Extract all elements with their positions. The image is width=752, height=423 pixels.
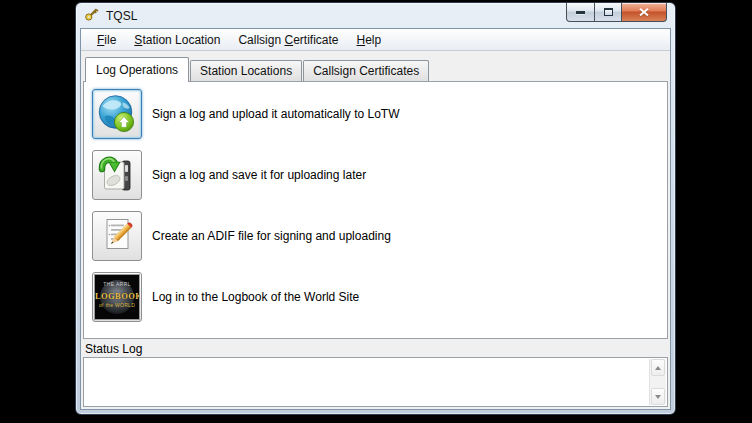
adif-pencil-icon (97, 216, 137, 256)
status-area: Status Log (83, 341, 668, 407)
action-label-lotw: Log in to the Logbook of the World Site (152, 290, 359, 304)
action-label-adif: Create an ADIF file for signing and uplo… (152, 229, 391, 243)
tabs-area: Log Operations Station Locations Callsig… (83, 57, 668, 339)
titlebar[interactable]: TQSL (76, 3, 675, 28)
maximize-icon (604, 8, 613, 16)
status-scrollbar[interactable] (649, 359, 666, 405)
sign-save-button[interactable] (92, 150, 142, 200)
scroll-up-button[interactable] (651, 359, 665, 376)
window-body: File Station Location Callsign Certifica… (80, 28, 671, 410)
scroll-up-icon (655, 366, 661, 370)
status-log-label: Status Log (83, 341, 668, 357)
scroll-down-button[interactable] (651, 388, 665, 405)
tqsl-window: TQSL File Station Location Callsign Cert… (75, 2, 676, 415)
menu-station-location[interactable]: Station Location (125, 31, 229, 49)
scroll-down-icon (655, 395, 661, 399)
action-row-lotw: THE ARRL LOGBOOK of the WORLD Log in to … (92, 272, 661, 322)
menu-file[interactable]: File (88, 31, 125, 49)
lotw-logo-top-text: THE ARRL (95, 281, 139, 287)
menu-help[interactable]: Help (348, 31, 391, 49)
status-log-content (84, 358, 649, 406)
log-operations-panel: Sign a log and upload it automatically t… (83, 81, 668, 339)
lotw-logo-bottom-text: of the WORLD (95, 302, 139, 308)
action-label-upload: Sign a log and upload it automatically t… (152, 107, 399, 121)
action-row-adif: Create an ADIF file for signing and uplo… (92, 211, 661, 261)
close-button[interactable] (622, 3, 667, 22)
close-icon (638, 7, 650, 17)
window-title: TQSL (106, 9, 137, 23)
minimize-icon (576, 11, 585, 14)
save-for-later-icon (97, 155, 137, 195)
app-key-icon[interactable] (84, 6, 100, 26)
lotw-login-button[interactable]: THE ARRL LOGBOOK of the WORLD (92, 272, 142, 322)
minimize-button[interactable] (566, 3, 595, 22)
action-row-upload: Sign a log and upload it automatically t… (92, 89, 661, 139)
globe-upload-icon (97, 94, 137, 134)
maximize-button[interactable] (595, 3, 622, 22)
lotw-logo-main-text: LOGBOOK (95, 291, 139, 301)
tab-strip: Log Operations Station Locations Callsig… (83, 57, 668, 81)
menubar: File Station Location Callsign Certifica… (81, 29, 670, 51)
tab-station-locations[interactable]: Station Locations (190, 60, 302, 81)
action-label-save: Sign a log and save it for uploading lat… (152, 168, 366, 182)
menu-callsign-certificate[interactable]: Callsign Certificate (229, 31, 347, 49)
tab-log-operations[interactable]: Log Operations (85, 57, 189, 82)
create-adif-button[interactable] (92, 211, 142, 261)
window-controls (566, 3, 667, 22)
lotw-logo-icon: THE ARRL LOGBOOK of the WORLD (95, 275, 139, 319)
action-row-save: Sign a log and save it for uploading lat… (92, 150, 661, 200)
status-log-box[interactable] (83, 357, 668, 407)
tab-callsign-certificates[interactable]: Callsign Certificates (303, 60, 429, 81)
sign-upload-button[interactable] (92, 89, 142, 139)
